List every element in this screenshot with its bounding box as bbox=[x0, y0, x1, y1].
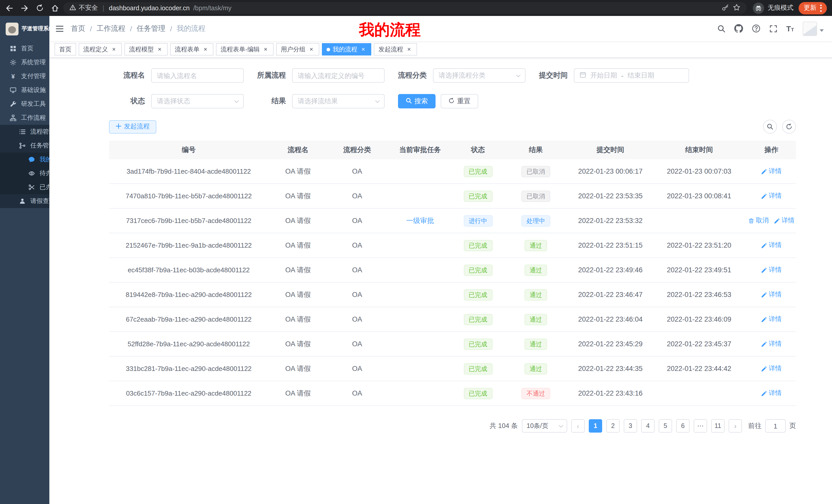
tab-close-icon[interactable]: × bbox=[308, 46, 315, 53]
breadcrumb-workflow[interactable]: 工作流程 bbox=[97, 24, 126, 33]
tab-close-icon[interactable]: × bbox=[202, 46, 209, 53]
current-task-link[interactable]: 一级审批 bbox=[406, 217, 434, 224]
sidebar-item-task-management[interactable]: 任务管理 bbox=[0, 139, 49, 152]
table-row[interactable]: 7470a810-7b9b-11ec-b5b7-acde48001122 OA … bbox=[109, 184, 796, 208]
action-detail-link[interactable]: 详情 bbox=[761, 290, 782, 299]
tab-home[interactable]: 首页 bbox=[54, 43, 76, 55]
font-size-icon[interactable]: TT bbox=[786, 24, 794, 33]
refresh-icon bbox=[448, 97, 454, 105]
reload-icon[interactable] bbox=[36, 4, 44, 12]
tab-close-icon[interactable]: × bbox=[156, 46, 163, 53]
table-row[interactable]: 331bc281-7b9a-11ec-a290-acde48001122 OA … bbox=[109, 357, 796, 381]
help-icon[interactable] bbox=[752, 24, 760, 33]
cell-name: OA 请假 bbox=[268, 389, 328, 398]
tab-start-process[interactable]: 发起流程× bbox=[374, 43, 417, 55]
refresh-table-button[interactable] bbox=[782, 120, 796, 134]
category-select[interactable]: 请选择流程分类 bbox=[433, 68, 525, 83]
bookmark-star-icon[interactable] bbox=[733, 3, 740, 12]
page-button[interactable]: 4 bbox=[641, 419, 655, 432]
sidebar-item-devtools[interactable]: 研发工具 bbox=[0, 97, 49, 111]
breadcrumb-task-management[interactable]: 任务管理 bbox=[137, 24, 165, 33]
status-tag: 已完成 bbox=[464, 363, 492, 374]
table-row[interactable]: 819442e8-7b9a-11ec-a290-acde48001122 OA … bbox=[109, 283, 796, 307]
passwords-key-icon[interactable] bbox=[722, 3, 729, 12]
tab-process-form[interactable]: 流程表单× bbox=[170, 43, 213, 55]
action-detail-link[interactable]: 详情 bbox=[774, 216, 795, 225]
action-detail-link[interactable]: 详情 bbox=[761, 167, 782, 176]
table-row[interactable]: 3ad174fb-7b9d-11ec-8404-acde48001122 OA … bbox=[109, 159, 796, 184]
tab-close-icon[interactable]: × bbox=[110, 46, 117, 53]
table-row[interactable]: 52ffd28e-7b9a-11ec-a290-acde48001122 OA … bbox=[109, 332, 796, 357]
search-button[interactable]: 搜索 bbox=[398, 94, 436, 108]
tab-user-group[interactable]: 用户分组× bbox=[276, 43, 319, 55]
goto-page-input[interactable] bbox=[765, 419, 786, 432]
action-detail-link[interactable]: 详情 bbox=[761, 389, 782, 398]
reset-button[interactable]: 重置 bbox=[441, 94, 478, 108]
sidebar-item-home[interactable]: 首页 bbox=[0, 41, 49, 55]
sidebar-item-leave-query[interactable]: 请假查询 bbox=[0, 194, 49, 208]
status-select[interactable]: 请选择状态 bbox=[151, 94, 244, 108]
page-button[interactable]: ⋯ bbox=[694, 419, 707, 432]
action-detail-link[interactable]: 详情 bbox=[761, 241, 782, 250]
sidebar-item-payment[interactable]: ¥ 支付管理 bbox=[0, 69, 49, 83]
page-button[interactable]: 11 bbox=[711, 419, 725, 432]
next-page-button[interactable]: › bbox=[729, 419, 742, 432]
table-row[interactable]: 2152467e-7b9b-11ec-9a1b-acde48001122 OA … bbox=[109, 233, 796, 258]
table-row[interactable]: 7317cec6-7b9b-11ec-b5b7-acde48001122 OA … bbox=[109, 208, 796, 233]
sidebar-toggle-icon[interactable] bbox=[55, 24, 64, 33]
breadcrumb-home[interactable]: 首页 bbox=[71, 24, 85, 33]
sidebar-item-my-process[interactable]: 我的流程 bbox=[0, 152, 49, 166]
address-bar[interactable]: 不安全 | dashboard.yudao.iocoder.cn/bpm/tas… bbox=[63, 2, 747, 14]
result-tag: 不通过 bbox=[521, 388, 550, 399]
forward-icon[interactable] bbox=[21, 4, 29, 12]
annotation-title: 我的流程 bbox=[359, 20, 421, 40]
page-size-select[interactable]: 10条/页 bbox=[522, 419, 567, 432]
action-detail-link[interactable]: 详情 bbox=[761, 265, 782, 274]
tab-close-icon[interactable]: × bbox=[406, 46, 412, 53]
page-button[interactable]: 3 bbox=[624, 419, 637, 432]
sidebar-item-todo-tasks[interactable]: 待办任务 bbox=[0, 166, 49, 180]
tab-close-icon[interactable]: × bbox=[360, 46, 367, 53]
filter-category-label: 流程分类 bbox=[391, 71, 427, 80]
yen-icon: ¥ bbox=[10, 73, 17, 80]
action-detail-link[interactable]: 详情 bbox=[761, 315, 782, 324]
page-button[interactable]: 5 bbox=[659, 419, 672, 432]
tab-process-form-edit[interactable]: 流程表单-编辑× bbox=[216, 43, 274, 55]
action-detail-link[interactable]: 详情 bbox=[761, 364, 782, 373]
sidebar-item-process-management[interactable]: 流程管理 bbox=[0, 125, 49, 139]
fullscreen-icon[interactable] bbox=[769, 24, 778, 33]
search-toggle-button[interactable] bbox=[763, 120, 777, 134]
user-menu[interactable] bbox=[803, 21, 824, 36]
browser-menu-icon[interactable] bbox=[820, 4, 822, 11]
result-select[interactable]: 请选择流结果 bbox=[292, 94, 385, 108]
action-detail-link[interactable]: 详情 bbox=[761, 192, 782, 200]
action-cancel-link[interactable]: 取消 bbox=[748, 216, 769, 225]
back-icon[interactable] bbox=[5, 4, 14, 12]
sidebar-item-done-tasks[interactable]: 已办任务 bbox=[0, 180, 49, 194]
app-title: 芋道管理系统 bbox=[22, 25, 49, 32]
submit-time-range[interactable]: 开始日期 - 结束日期 bbox=[574, 68, 689, 83]
start-process-button[interactable]: 发起流程 bbox=[109, 120, 156, 133]
page-button[interactable]: 6 bbox=[676, 419, 690, 432]
sidebar-item-workflow[interactable]: 工作流程 bbox=[0, 111, 49, 125]
sidebar-item-infrastructure[interactable]: 基础设施 bbox=[0, 83, 49, 97]
update-button[interactable]: 更新 bbox=[799, 2, 827, 14]
app-logo[interactable]: 芋道管理系统 bbox=[0, 16, 49, 41]
prev-page-button[interactable]: ‹ bbox=[571, 419, 585, 432]
page-button[interactable]: 2 bbox=[606, 419, 620, 432]
process-definition-input[interactable] bbox=[292, 68, 385, 83]
tab-process-definition[interactable]: 流程定义× bbox=[79, 43, 122, 55]
github-icon[interactable] bbox=[734, 24, 743, 33]
tab-process-model[interactable]: 流程模型× bbox=[125, 43, 167, 55]
tab-close-icon[interactable]: × bbox=[262, 46, 269, 53]
process-name-input[interactable] bbox=[151, 68, 244, 83]
sidebar-item-system[interactable]: 系统管理 bbox=[0, 55, 49, 69]
table-row[interactable]: 03c6c157-7b9a-11ec-a290-acde48001122 OA … bbox=[109, 381, 796, 406]
search-icon[interactable] bbox=[717, 24, 726, 33]
action-detail-link[interactable]: 详情 bbox=[761, 340, 782, 348]
table-row[interactable]: ec45f38f-7b9a-11ec-b03b-acde48001122 OA … bbox=[109, 258, 796, 283]
table-row[interactable]: 67c2eaab-7b9a-11ec-a290-acde48001122 OA … bbox=[109, 307, 796, 332]
page-button-active[interactable]: 1 bbox=[589, 419, 602, 432]
tab-my-process[interactable]: 我的流程× bbox=[322, 43, 371, 55]
home-icon[interactable] bbox=[51, 4, 59, 12]
